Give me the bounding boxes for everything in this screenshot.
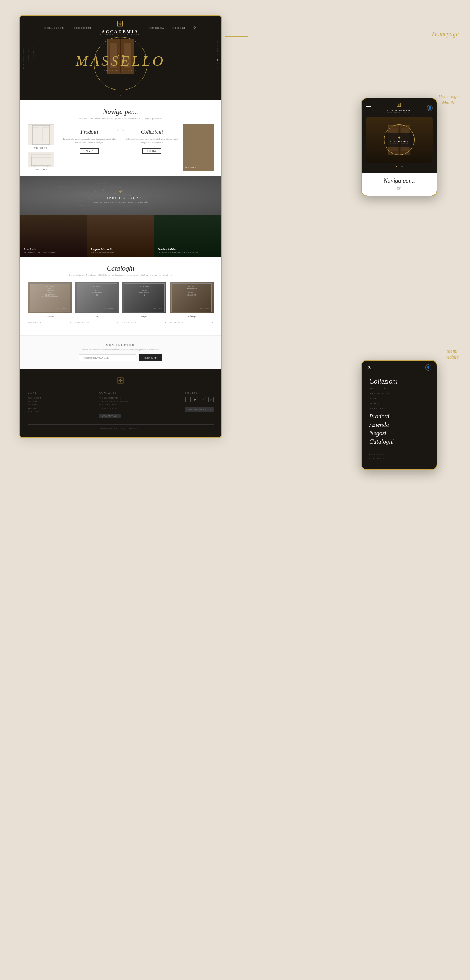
nav-item-negozi[interactable]: NEGOZI xyxy=(172,26,186,29)
svg-rect-10 xyxy=(33,127,39,142)
menu-day[interactable]: DAY xyxy=(369,397,429,400)
mobile-logo-badge: ✦ ACCADEMIA WOOD ARTISTS SINCE 1793 xyxy=(385,133,413,147)
map-subtitle: come trovare a un ritico rigolosamente a… xyxy=(93,201,148,203)
homepage-mobile-label: HomepageMobile xyxy=(439,94,459,106)
cataloghi-arrow-icon[interactable]: → xyxy=(170,274,173,276)
mobile-hamburger-icon[interactable] xyxy=(366,106,371,110)
cataloghi-subtitle: Scarica i cataloghi Accademia del Mobile… xyxy=(28,274,214,276)
nav-item-prodotti[interactable]: PRODOTTI xyxy=(74,26,92,29)
svg-text:Francia: Francia xyxy=(79,191,88,194)
menu-bellagio[interactable]: BELLAGIO xyxy=(369,387,429,390)
nav-item-collezioni[interactable]: COLLEZIONI xyxy=(44,26,66,29)
download-icon-4: ⬇ xyxy=(212,322,214,324)
svg-text:Polonia: Polonia xyxy=(58,185,67,189)
panel-storia[interactable]: La storia LE RADICI DI ACCADEMIA xyxy=(20,215,87,257)
hero-subtitle: ARMADIO A 2 ANTE xyxy=(104,69,137,72)
mobile-naviga-section: Naviga per... ☞ xyxy=(362,173,437,196)
menu-negozi[interactable]: Negozi xyxy=(369,430,429,437)
catalog-classic-text: BELLAGIOANDADDROMIOANDTHE INFINITYCLASSI… xyxy=(32,286,68,299)
menu-collezioni-title[interactable]: Collezioni xyxy=(369,377,429,385)
footer-menu-negozi[interactable]: NEGOZI xyxy=(28,407,43,409)
naviga-right-label: 01 FLORE... xyxy=(185,167,199,169)
social-youtube-icon[interactable]: ▶ xyxy=(193,397,198,402)
catalog-classic-image: BELLAGIOANDADDROMIOANDTHE INFINITYCLASSI… xyxy=(28,282,72,313)
catalog-infinity-download[interactable]: DOWNLOAD ⬇ xyxy=(170,320,214,324)
subscribe-newsletter-btn[interactable]: SUBSCRIBE NEWSLETTER xyxy=(185,407,214,412)
catalog-infinity-label: Infinity xyxy=(170,315,214,318)
social-pinterest-icon[interactable]: p xyxy=(208,397,214,402)
mobile-hero: ACCADEMIA WOOD ARTISTS SINCE 1793 👤 ✦ AC… xyxy=(362,98,437,173)
prodotti-card-title: Prodotti xyxy=(80,129,98,135)
mobile-menu-body: Collezioni BELLAGIO FLORENZIA DAY NIGHT … xyxy=(362,374,437,469)
menu-night[interactable]: NIGHT xyxy=(369,402,429,405)
arrow-right-icon[interactable]: › xyxy=(122,127,124,132)
mobile-menu-user-icon[interactable]: 👤 xyxy=(425,364,431,371)
mobile-badge-sub: WOOD ARTISTS SINCE 1793 xyxy=(389,143,409,144)
footer-menu-prodotti[interactable]: PRODOTTI xyxy=(28,400,43,402)
menu-azienda[interactable]: Azienda xyxy=(369,421,429,428)
vetrine-label: VETRINE xyxy=(28,147,54,149)
scroll-down-icon[interactable]: ⌄ xyxy=(119,92,122,96)
naviga-subtitle: Esplora i nuoi nuovi modelli scegliendo … xyxy=(28,118,214,120)
footer-menu-cataloghi[interactable]: CATALOGHI xyxy=(28,411,43,413)
mobile-dot-1 xyxy=(399,166,400,167)
collezioni-card-btn[interactable]: INIZIA xyxy=(142,148,161,154)
vetrine-item[interactable]: VETRINE xyxy=(28,124,54,149)
footer-menu-azienda[interactable]: AZIENDA xyxy=(28,404,43,406)
footer-faq-link[interactable]: FAQ xyxy=(121,428,125,430)
social-vimeo-icon[interactable]: ⬡ xyxy=(185,397,191,402)
panel-legno-title: Legno Massello xyxy=(91,247,115,251)
menu-cataloghi[interactable]: Cataloghi xyxy=(369,438,429,445)
mobile-homepage-mockup: ACCADEMIA WOOD ARTISTS SINCE 1793 👤 ✦ AC… xyxy=(361,98,437,196)
panel-legno[interactable]: Legno Massello LA MATERIA PRIMA xyxy=(87,215,154,257)
catalog-night: ACCADEMIANIGHTCOLLECTION02 ACCADEMIA Nig… xyxy=(122,282,166,324)
search-icon[interactable]: ⚲ xyxy=(193,26,197,30)
footer-col-menu: MENU COLLEZIONI PRODOTTI AZIENDA NEGOZI … xyxy=(28,392,43,418)
catalog-classic-download[interactable]: DOWNLOAD ⬇ xyxy=(28,320,72,324)
comodini-item[interactable]: COMODINI xyxy=(28,152,54,171)
download-icon-2: ⬇ xyxy=(117,322,119,324)
vetrine-image xyxy=(28,124,54,145)
svg-text:Georgia: Georgia xyxy=(155,194,163,197)
hero-logo: ACCADEMIA WOOD ARTISTS SINCE 1793 xyxy=(99,20,141,36)
hero-section: COLLEZIONI PRODOTTI ACCADEMIA WOOD ARTIS… xyxy=(20,16,221,100)
prodotti-card-btn[interactable]: INIZIA xyxy=(80,148,99,154)
map-section[interactable]: Polonia Germania Francia Ucraina Romania… xyxy=(20,176,221,215)
newsletter-submit-btn[interactable]: ISCRIVITI xyxy=(139,354,162,361)
hero-sidebar-right: FOLLOW US xyxy=(216,41,218,68)
mobile-dot-active xyxy=(396,166,397,167)
catalog-night-download[interactable]: DOWNLOAD ⬇ xyxy=(122,320,166,324)
mobile-user-icon[interactable]: 👤 xyxy=(427,105,433,111)
footer-note-legali-link[interactable]: NOTE LEGALI xyxy=(129,428,142,430)
menu-florenzia[interactable]: FLORENZIA xyxy=(369,392,429,395)
footer-privacy-link[interactable]: PRIVACY & COOKIE xyxy=(100,428,118,430)
menu-contatti[interactable]: CONTATTI xyxy=(369,453,429,456)
hero-title: MASSELLO xyxy=(76,52,165,69)
menu-infinity[interactable]: INFINITY xyxy=(369,407,429,410)
footer-address-2: STRIA CASSAVELLO VIA xyxy=(99,400,129,402)
footer-menu-collezioni[interactable]: COLLEZIONI xyxy=(28,397,43,399)
catalog-logo-small: ACCADEMIA xyxy=(57,308,67,310)
collezioni-card-desc: Collezioni composte da programmi di zona… xyxy=(126,137,179,144)
mobile-badge-logo-icon: ✦ xyxy=(389,136,409,140)
catalog-night-image: ACCADEMIANIGHTCOLLECTION02 ACCADEMIA xyxy=(122,282,166,313)
panel-storia-content: La storia LE RADICI DI ACCADEMIA xyxy=(24,247,56,253)
social-facebook-icon[interactable]: f xyxy=(201,397,206,402)
mobile-menu-mockup: ✕ 👤 Collezioni BELLAGIO FLORENZIA DAY NI… xyxy=(361,360,437,470)
newsletter-form: ISCRIVITI xyxy=(28,354,214,361)
panel-sostenibilita[interactable]: Sostenibilità IL NOSTRO IMPEGNO PER ETUR… xyxy=(154,215,221,257)
cataloghi-grid: BELLAGIOANDADDROMIOANDTHE INFINITYCLASSI… xyxy=(28,282,214,324)
svg-text:Germania: Germania xyxy=(96,182,106,185)
nav-item-azienda[interactable]: AZIENDA xyxy=(149,26,165,29)
panel-sostenibilita-content: Sostenibilità IL NOSTRO IMPEGNO PER ETUR… xyxy=(158,247,198,253)
menu-prodotti[interactable]: Prodotti xyxy=(369,413,429,420)
menu-lingua[interactable]: LINGUA > xyxy=(369,457,429,460)
arrow-left-icon[interactable]: ‹ xyxy=(118,127,119,132)
panel-sostenibilita-title: Sostenibilità xyxy=(158,247,198,251)
footer-col-contatti: CONTATTI VIA ZUCCHETTI, 41 STRIA CASSAVE… xyxy=(99,392,129,418)
newsletter-input[interactable] xyxy=(79,354,136,361)
logo-text: ACCADEMIA xyxy=(99,29,141,34)
catalog-day-download[interactable]: DOWNLOAD ⬇ xyxy=(75,320,119,324)
mobile-menu-close-icon[interactable]: ✕ xyxy=(367,365,372,370)
contattaci-btn[interactable]: CONTATTACI xyxy=(99,414,121,418)
